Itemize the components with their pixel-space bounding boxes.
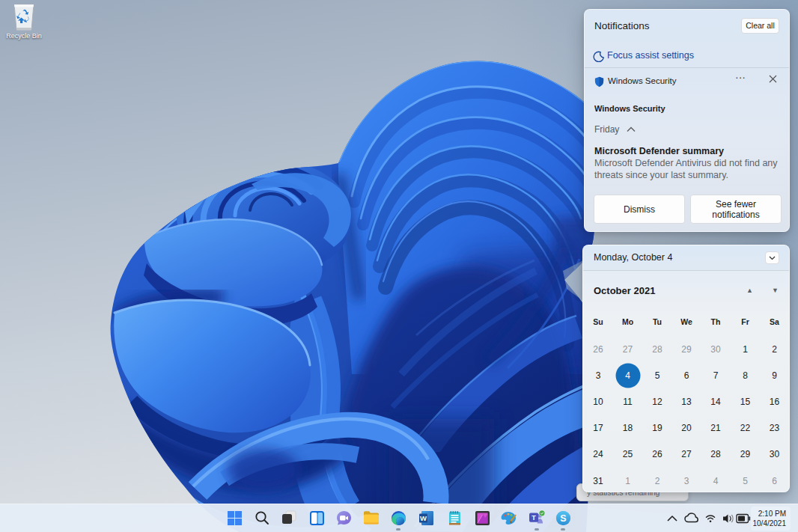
svg-text:T: T [532, 514, 536, 522]
svg-text:W: W [420, 513, 427, 522]
svg-text:S: S [560, 513, 566, 524]
